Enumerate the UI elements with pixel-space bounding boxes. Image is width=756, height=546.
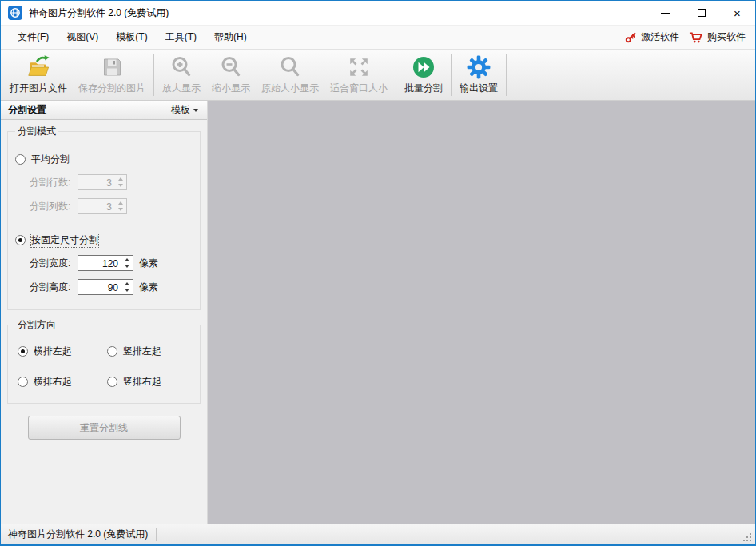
panel-header: 分割设置 模板 [1, 101, 207, 120]
toolbar-separator [506, 54, 507, 96]
spin-down-icon[interactable] [125, 289, 129, 292]
spin-up-icon[interactable] [125, 282, 129, 285]
maximize-icon [698, 9, 706, 17]
toolbar-save-split-label: 保存分割的图片 [78, 82, 145, 95]
radio-horizontal-from-right[interactable]: 横排右起 [18, 375, 107, 389]
split-cols-spin-buttons [114, 199, 126, 213]
menu-right-links: 激活软件 购买软件 [625, 30, 747, 44]
template-dropdown-button[interactable]: 模板 [169, 102, 200, 118]
split-direction-options: 横排左起 竖排左起 横排右起 竖排右起 [15, 345, 193, 389]
split-rows-row: 分割行数: 3 [30, 174, 193, 190]
spin-up-icon[interactable] [125, 258, 129, 261]
radio-fixed-size-split[interactable]: 按固定尺寸分割 [15, 233, 193, 247]
split-height-unit: 像素 [139, 281, 158, 294]
toolbar-zoom-out-button: 缩小显示 [206, 51, 256, 98]
split-cols-spinner: 3 [78, 198, 127, 214]
split-cols-value: 3 [78, 199, 114, 213]
radio-circle-icon [18, 346, 28, 357]
split-height-spin-buttons[interactable] [121, 280, 133, 294]
split-rows-spin-buttons [114, 175, 126, 189]
split-height-spinner[interactable]: 90 [78, 279, 133, 295]
spin-down-icon [118, 208, 123, 211]
menu-template[interactable]: 模板(T) [107, 27, 156, 47]
spin-down-icon [118, 184, 123, 187]
resize-grip-icon[interactable] [742, 532, 752, 542]
template-dropdown-label: 模板 [171, 103, 190, 117]
status-bar: 神奇图片分割软件 2.0 (免费试用) [1, 524, 755, 544]
radio-horizontal-from-left-label: 横排左起 [34, 345, 72, 358]
cart-icon [689, 31, 703, 44]
title-bar: 神奇图片分割软件 2.0 (免费试用) × [1, 1, 755, 25]
save-icon [99, 54, 125, 80]
split-direction-group-title: 分割方向 [15, 318, 58, 332]
image-canvas-area[interactable] [208, 101, 755, 524]
close-button[interactable]: × [719, 1, 755, 25]
open-image-icon [26, 54, 51, 80]
split-width-row: 分割宽度: 120 像素 [30, 255, 193, 271]
buy-software-link[interactable]: 购买软件 [689, 30, 746, 44]
radio-horizontal-from-right-label: 横排右起 [34, 375, 72, 389]
toolbar: 打开图片文件 保存分割的图片 [1, 49, 755, 101]
radio-circle-icon [107, 377, 117, 387]
split-width-value[interactable]: 120 [78, 256, 121, 270]
spin-up-icon [118, 177, 123, 181]
toolbar-original-size-label: 原始大小显示 [261, 82, 319, 95]
toolbar-output-settings-label: 输出设置 [460, 82, 498, 95]
radio-vertical-from-left[interactable]: 竖排左起 [107, 345, 193, 358]
radio-horizontal-from-left[interactable]: 横排左起 [18, 345, 107, 358]
toolbar-separator [153, 54, 154, 96]
menu-help[interactable]: 帮助(H) [205, 27, 256, 47]
status-text: 神奇图片分割软件 2.0 (免费试用) [8, 528, 148, 541]
radio-circle-icon [107, 346, 117, 357]
toolbar-batch-split-label: 批量分割 [404, 82, 443, 95]
fit-window-icon [346, 54, 372, 80]
main-body: 分割设置 模板 分割模式 平均分割 分割行数: [1, 101, 755, 524]
caret-down-icon [193, 109, 198, 112]
panel-content: 分割模式 平均分割 分割行数: 3 [1, 120, 207, 440]
split-rows-spinner: 3 [78, 174, 127, 190]
close-icon: × [734, 7, 741, 19]
menu-tools[interactable]: 工具(T) [157, 27, 205, 47]
toolbar-separator [451, 54, 452, 96]
radio-fixed-size-split-label: 按固定尺寸分割 [31, 233, 98, 247]
app-logo-icon [8, 6, 22, 20]
toolbar-output-settings-button[interactable]: 输出设置 [454, 51, 503, 98]
menu-bar: 文件(F) 视图(V) 模板(T) 工具(T) 帮助(H) 激活软件 [1, 25, 755, 49]
toolbar-batch-split-button[interactable]: 批量分割 [399, 51, 448, 98]
split-width-spin-buttons[interactable] [121, 256, 133, 270]
minimize-button[interactable] [647, 1, 683, 25]
toolbar-zoom-in-label: 放大显示 [162, 82, 201, 95]
menu-view[interactable]: 视图(V) [58, 27, 107, 47]
split-height-label: 分割高度: [30, 281, 78, 294]
window-controls: × [647, 1, 755, 25]
split-rows-value: 3 [78, 175, 114, 189]
toolbar-fit-window-label: 适合窗口大小 [330, 82, 388, 95]
radio-average-split[interactable]: 平均分割 [15, 153, 193, 166]
status-separator [156, 528, 157, 541]
menu-file[interactable]: 文件(F) [9, 27, 58, 47]
window-title: 神奇图片分割软件 2.0 (免费试用) [29, 6, 647, 20]
split-width-spinner[interactable]: 120 [78, 255, 133, 271]
output-settings-icon [466, 54, 491, 80]
split-cols-row: 分割列数: 3 [30, 198, 193, 214]
reset-split-lines-button: 重置分割线 [28, 416, 181, 440]
maximize-button[interactable] [683, 1, 719, 25]
radio-vertical-from-right-label: 竖排右起 [123, 375, 161, 389]
radio-circle-icon [15, 154, 26, 165]
split-width-unit: 像素 [139, 257, 158, 270]
radio-vertical-from-right[interactable]: 竖排右起 [107, 375, 193, 389]
toolbar-open-image-button[interactable]: 打开图片文件 [4, 51, 73, 98]
spin-down-icon[interactable] [125, 265, 129, 268]
split-rows-label: 分割行数: [30, 176, 78, 189]
radio-circle-icon [18, 377, 28, 387]
batch-split-icon [411, 54, 436, 80]
activate-software-label: 激活软件 [641, 30, 679, 44]
buy-software-label: 购买软件 [707, 30, 746, 44]
split-settings-panel: 分割设置 模板 分割模式 平均分割 分割行数: [1, 101, 208, 524]
radio-average-split-label: 平均分割 [31, 153, 70, 166]
split-height-value[interactable]: 90 [78, 280, 121, 294]
split-mode-group-title: 分割模式 [15, 125, 58, 138]
key-icon [625, 31, 637, 43]
activate-software-link[interactable]: 激活软件 [625, 30, 679, 44]
toolbar-save-split-button: 保存分割的图片 [73, 51, 151, 98]
